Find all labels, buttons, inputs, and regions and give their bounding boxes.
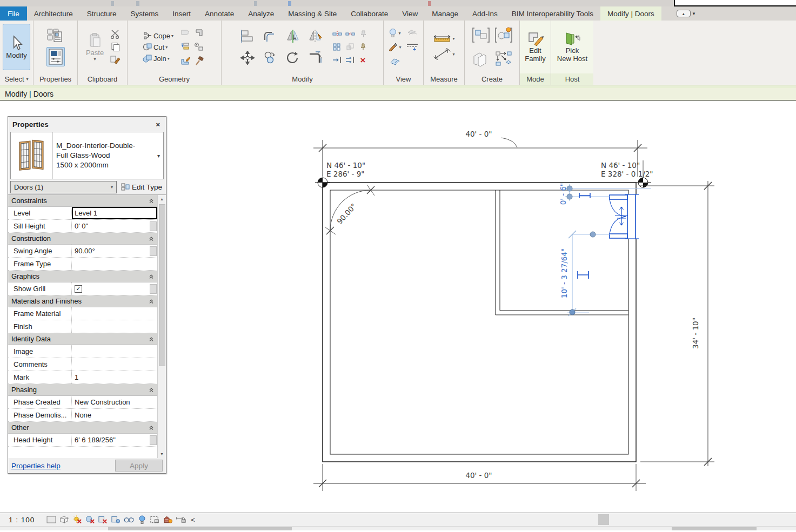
type-selector[interactable]: M_Door-Interior-Double- Full Glass-Wood …	[10, 132, 164, 179]
pick-new-host-button[interactable]: Pick New Host	[555, 30, 590, 64]
tab-massing-site[interactable]: Massing & Site	[281, 6, 344, 21]
dim-top-text[interactable]: 40' - 0"	[465, 130, 492, 138]
tab-bim-interoperability-tools[interactable]: BIM Interoperability Tools	[505, 6, 600, 21]
detail-level-icon[interactable]	[46, 515, 56, 525]
property-row-head-height[interactable]: Head Height 6' 6 189/256"	[8, 434, 157, 447]
finish-value[interactable]	[72, 320, 157, 333]
temp-dimension-wall[interactable]: 10' - 3 27/64"	[560, 231, 610, 316]
property-row-show-grill[interactable]: Show Grill ✓	[8, 282, 157, 295]
tab-manage[interactable]: Manage	[425, 6, 465, 21]
dimension-bottom[interactable]: 40' - 0"	[313, 464, 646, 491]
paste-button[interactable]: Paste ▾	[84, 31, 106, 63]
properties-help-link[interactable]: Properties help	[11, 462, 61, 470]
override-graphics-button[interactable]: ▾	[388, 43, 401, 51]
properties-palette-button[interactable]	[46, 47, 65, 66]
image-value[interactable]	[72, 345, 157, 358]
phase-demolished-value[interactable]: None	[72, 409, 157, 421]
beam-cutback-icon[interactable]	[180, 42, 191, 52]
property-row-phase-demolished[interactable]: Phase Demolis... None	[8, 409, 157, 422]
panel-label-view[interactable]: View	[384, 73, 423, 85]
create-similar-icon[interactable]	[494, 26, 513, 44]
collapse-group-icon[interactable]	[149, 336, 154, 342]
reveal-hidden-elements-icon[interactable]	[137, 515, 147, 525]
collapse-group-icon[interactable]	[149, 198, 154, 204]
group-other[interactable]: Other	[8, 422, 157, 434]
tab-modify-doors[interactable]: Modify | Doors	[600, 6, 661, 21]
view-scale-button[interactable]: 1 : 100	[9, 516, 35, 524]
tab-structure[interactable]: Structure	[80, 6, 124, 21]
cope-button[interactable]: Cope ▾	[143, 31, 173, 40]
show-grill-checkbox[interactable]: ✓	[75, 285, 82, 293]
sun-path-off-icon[interactable]	[72, 515, 82, 525]
drawing-area[interactable]: 40' - 0" N 46' - 10" E 286' - 9" N 46' -…	[0, 101, 796, 513]
unjoin-elements-icon[interactable]	[193, 42, 205, 52]
collapse-group-icon[interactable]	[149, 299, 154, 304]
create-parts-icon[interactable]	[494, 51, 513, 67]
property-row-comments[interactable]: Comments	[8, 358, 157, 371]
split-with-gap-icon[interactable]	[345, 30, 356, 38]
hide-elements-button[interactable]: ▾	[389, 28, 400, 38]
mirror-draw-axis-icon[interactable]	[308, 29, 323, 43]
sill-height-value[interactable]: 0' 0"	[72, 220, 157, 232]
group-graphics[interactable]: Graphics	[8, 271, 157, 282]
angle-annotation[interactable]: 90.00°	[325, 185, 374, 234]
scrollbar-thumb[interactable]	[108, 527, 292, 530]
tab-file[interactable]: File	[0, 6, 27, 21]
property-row-level[interactable]: Level Level 1	[8, 207, 157, 220]
copy-icon[interactable]	[110, 42, 121, 52]
property-row-sill-height[interactable]: Sill Height 0' 0"	[8, 220, 157, 233]
witness-line-control-icon[interactable]	[578, 271, 588, 279]
panel-label-properties[interactable]: Properties	[34, 73, 77, 85]
move-tool-icon[interactable]	[240, 51, 255, 65]
frame-type-value[interactable]	[72, 258, 157, 270]
group-phasing[interactable]: Phasing	[8, 384, 157, 396]
value-button-stub[interactable]	[150, 221, 157, 231]
temp-dim-grip[interactable]	[570, 309, 575, 315]
tab-collaborate[interactable]: Collaborate	[344, 6, 395, 21]
aligned-dimension-button[interactable]: ▾	[433, 48, 454, 60]
wall-sweep-icon[interactable]	[180, 56, 191, 66]
scrollbar-thumb[interactable]	[672, 527, 757, 530]
trim-extend-corner-icon[interactable]	[308, 51, 323, 65]
panel-label-select[interactable]: Select ▾	[0, 73, 33, 85]
dimension-right[interactable]: 34' - 10"	[640, 181, 714, 466]
dim-bottom-text[interactable]: 40' - 0"	[465, 471, 492, 480]
create-assembly-icon[interactable]	[472, 51, 490, 67]
align-tool-icon[interactable]	[240, 29, 255, 43]
measure-button[interactable]: ▾	[433, 34, 454, 43]
create-group-icon[interactable]	[472, 26, 490, 44]
comments-value[interactable]	[72, 358, 157, 371]
panel-label-mode[interactable]: Mode	[520, 73, 551, 85]
frame-material-value[interactable]	[72, 307, 157, 320]
swing-angle-value[interactable]: 90.00°	[72, 245, 157, 257]
linework-icon[interactable]	[406, 43, 419, 51]
collapse-options-caret-icon[interactable]: ▾	[693, 11, 695, 16]
viewbar-expand-chevron[interactable]: <	[191, 516, 195, 524]
shadows-off-icon[interactable]	[85, 515, 95, 525]
property-row-frame-material[interactable]: Frame Material	[8, 307, 157, 320]
scroll-down-icon[interactable]: ▾	[160, 450, 163, 458]
value-button-stub[interactable]	[150, 435, 157, 445]
reveal-constraints-icon[interactable]	[176, 515, 186, 525]
panel-label-modify[interactable]: Modify	[222, 73, 383, 85]
group-construction[interactable]: Construction	[8, 233, 157, 245]
close-icon[interactable]: ×	[154, 120, 162, 129]
cut-geometry-button[interactable]: Cut ▾	[143, 43, 173, 51]
temp-dim-wall-text[interactable]: 10' - 3 27/64"	[560, 248, 568, 298]
temporary-view-properties-icon[interactable]	[150, 515, 160, 525]
temp-dim-grip[interactable]	[567, 186, 572, 191]
property-row-swing-angle[interactable]: Swing Angle 90.00°	[8, 245, 157, 258]
split-element-icon[interactable]	[332, 30, 343, 38]
type-selector-dropdown-icon[interactable]: ▾	[154, 153, 163, 159]
scroll-up-icon[interactable]: ▴	[160, 195, 163, 203]
temp-dim-door-text[interactable]: 0' - 6"	[559, 183, 567, 205]
property-row-phase-created[interactable]: Phase Created New Construction	[8, 396, 157, 409]
head-height-value[interactable]: 6' 6 189/256"	[72, 434, 157, 446]
show-crop-region-icon[interactable]	[111, 515, 121, 525]
witness-line-control-icon[interactable]	[579, 193, 590, 198]
temp-dim-grip[interactable]	[590, 232, 596, 237]
tab-insert[interactable]: Insert	[165, 6, 198, 21]
join-geometry-button[interactable]: Join ▾	[143, 54, 173, 63]
scrollbar-thumb[interactable]	[159, 204, 165, 366]
value-button-stub[interactable]	[150, 246, 157, 256]
